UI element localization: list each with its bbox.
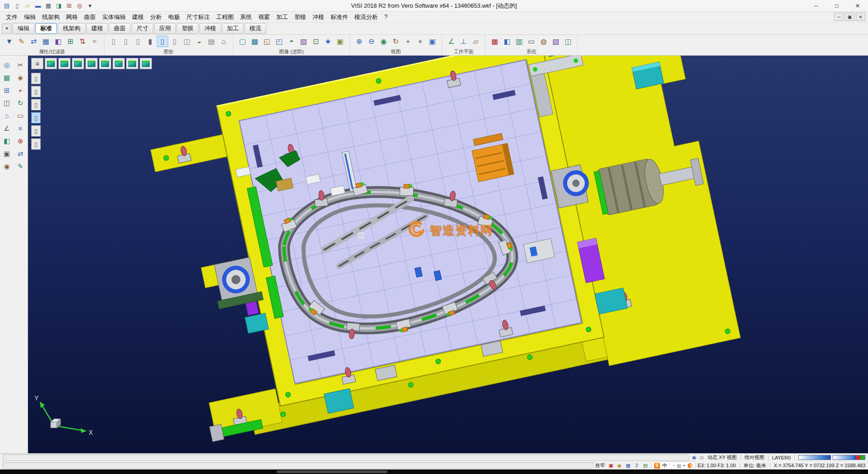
quick-access-icon[interactable]: ▾ xyxy=(85,1,95,10)
menu-item[interactable]: 网格 xyxy=(63,12,81,22)
ime-lang-indicator[interactable]: 中 xyxy=(662,462,667,469)
toolbar-icon[interactable]: ▥ xyxy=(514,36,525,47)
viewport-side-button[interactable]: ▯ xyxy=(31,99,41,110)
menu-item[interactable]: 尺寸标注 xyxy=(183,12,213,22)
view-orientation-button[interactable] xyxy=(99,58,111,69)
menu-item[interactable]: 分析 xyxy=(147,12,165,22)
quick-access-icon[interactable]: ▯ xyxy=(12,1,22,10)
ribbon-tab[interactable]: 建模 xyxy=(86,23,108,34)
ime-tool-icon[interactable]: ▤ xyxy=(677,463,681,468)
toolbar-icon[interactable]: ⊥ xyxy=(458,36,469,47)
viewport-side-button[interactable]: ▯ xyxy=(31,112,41,123)
toolbar-icon[interactable]: ◍ xyxy=(538,36,549,47)
toolbar-icon[interactable]: ◫ xyxy=(181,36,193,47)
ribbon-tab[interactable]: 标准 xyxy=(35,23,57,34)
status-tray-icon[interactable]: ▤ xyxy=(642,462,649,469)
status-tray-icon[interactable]: ◉ xyxy=(616,462,623,469)
view-orientation-button[interactable] xyxy=(113,58,125,69)
menu-item[interactable]: 视窗 xyxy=(255,12,273,22)
menu-item[interactable]: 塑模 xyxy=(291,12,309,22)
left-tool-icon[interactable]: ∠ xyxy=(1,123,13,134)
view-toggle-icon[interactable]: ◎ xyxy=(698,454,706,461)
view-orientation-button[interactable] xyxy=(58,58,71,69)
left-tool-icon[interactable]: ✂ xyxy=(15,59,26,71)
menu-item[interactable]: 曲面 xyxy=(81,12,99,22)
view-orientation-button[interactable] xyxy=(85,58,98,69)
toolbar-icon[interactable]: + xyxy=(402,36,414,47)
viewport-side-button[interactable]: ▯ xyxy=(31,125,41,137)
view-toggle-icon[interactable]: ◉ xyxy=(690,454,698,461)
toolbar-icon[interactable]: ▦ xyxy=(40,36,52,47)
menu-item[interactable]: 实体编辑 xyxy=(99,12,129,22)
ribbon-tab[interactable]: 编辑 xyxy=(13,23,34,34)
view-scale-bar-1[interactable] xyxy=(798,455,831,460)
toolbar-icon[interactable]: ✎ xyxy=(16,36,27,47)
quick-access-icon[interactable]: ⊞ xyxy=(64,1,74,10)
toolbar-icon[interactable]: ⊞ xyxy=(65,36,76,47)
toolbar-icon[interactable]: ⊕ xyxy=(354,36,365,47)
toolbar-icon[interactable]: ▨ xyxy=(298,36,309,47)
toolbar-icon[interactable]: ⇅ xyxy=(77,36,88,47)
left-tool-icon[interactable]: ◎ xyxy=(1,59,13,71)
left-tool-icon[interactable]: ◫ xyxy=(1,97,13,109)
viewport-3d[interactable]: X Y ≡ xyxy=(28,56,868,453)
toolbar-icon[interactable]: ◒ xyxy=(193,36,205,47)
quick-access-icon[interactable]: ▱ xyxy=(23,1,33,10)
ribbon-tab[interactable]: 尺寸 xyxy=(132,23,153,34)
ime-tool-icon[interactable]: + xyxy=(683,463,685,468)
menu-item[interactable]: ? xyxy=(381,12,391,22)
status-tray-icon[interactable]: ▦ xyxy=(624,462,632,469)
ribbon-tab[interactable]: 线架构 xyxy=(58,23,85,34)
sogou-ime-icon[interactable]: S xyxy=(654,463,660,469)
tab-dropdown-button[interactable]: ▼ xyxy=(2,24,12,33)
left-tool-icon[interactable]: ≡ xyxy=(15,123,26,134)
ribbon-tab[interactable]: 加工 xyxy=(222,23,244,34)
toolbar-icon[interactable]: ▣ xyxy=(335,36,346,47)
toolbar-icon[interactable]: ▤ xyxy=(206,36,217,47)
mdi-window-button[interactable]: ✕ xyxy=(856,13,865,21)
minimize-button[interactable]: ─ xyxy=(806,0,826,11)
view-orientation-button[interactable] xyxy=(126,58,138,69)
status-tray-icon[interactable]: 2 xyxy=(633,462,641,469)
toolbar-icon[interactable]: ▦ xyxy=(489,36,500,47)
toolbar-icon[interactable]: ◧ xyxy=(52,36,64,47)
menu-item[interactable]: 标准件 xyxy=(327,12,351,22)
toolbar-icon[interactable]: ◉ xyxy=(378,36,389,47)
toolbar-icon[interactable]: ◫ xyxy=(562,36,574,47)
left-tool-icon[interactable]: ⇄ xyxy=(15,148,26,159)
ribbon-tab[interactable]: 曲面 xyxy=(109,23,131,34)
menu-item[interactable]: 编辑 xyxy=(21,12,39,22)
ime-tool-icon[interactable]: ◔ xyxy=(672,463,675,468)
menu-item[interactable]: 文件 xyxy=(3,12,21,22)
quick-access-icon[interactable]: ◨ xyxy=(54,1,64,10)
toolbar-icon[interactable]: ▯ xyxy=(157,36,168,47)
toolbar-icon[interactable]: ▢ xyxy=(237,36,248,47)
toolbar-icon[interactable]: ⌖ xyxy=(415,36,426,47)
toolbar-icon[interactable]: ⌂ xyxy=(218,36,229,47)
toolbar-icon[interactable]: ◓ xyxy=(286,36,297,47)
toolbar-icon[interactable]: ▯ xyxy=(108,36,119,47)
left-tool-icon[interactable]: ▭ xyxy=(15,110,26,121)
viewport-3d-canvas[interactable]: X Y xyxy=(28,56,868,453)
toolbar-icon[interactable]: ◱ xyxy=(261,36,273,47)
menu-item[interactable]: 系统 xyxy=(237,12,255,22)
layer-indicator[interactable]: LAYER0 xyxy=(772,455,791,460)
left-tool-icon[interactable]: ▣ xyxy=(1,148,13,159)
toolbar-icon[interactable]: ▯ xyxy=(169,36,180,47)
ribbon-tab[interactable]: 模流 xyxy=(245,23,266,34)
viewport-side-button[interactable]: ▯ xyxy=(31,73,41,84)
toolbar-icon[interactable]: ⊖ xyxy=(366,36,377,47)
ime-skin-icon[interactable] xyxy=(688,463,693,468)
quick-access-icon[interactable]: ▬ xyxy=(33,1,43,10)
left-tool-icon[interactable]: ◉ xyxy=(1,161,13,172)
status-tray-icon[interactable]: ▣ xyxy=(607,462,615,469)
view-orientation-button[interactable] xyxy=(72,58,84,69)
toolbar-icon[interactable]: ⇄ xyxy=(28,36,39,47)
quick-access-icon[interactable]: ◎ xyxy=(75,1,85,10)
ribbon-tab[interactable]: 塑膜 xyxy=(177,23,198,34)
ribbon-tab[interactable]: 冲模 xyxy=(199,23,221,34)
toolbar-icon[interactable]: ◰ xyxy=(274,36,285,47)
toolbar-icon[interactable]: ★ xyxy=(322,36,334,47)
toolbar-icon[interactable]: ⊡ xyxy=(310,36,321,47)
menu-item[interactable]: 冲模 xyxy=(309,12,327,22)
